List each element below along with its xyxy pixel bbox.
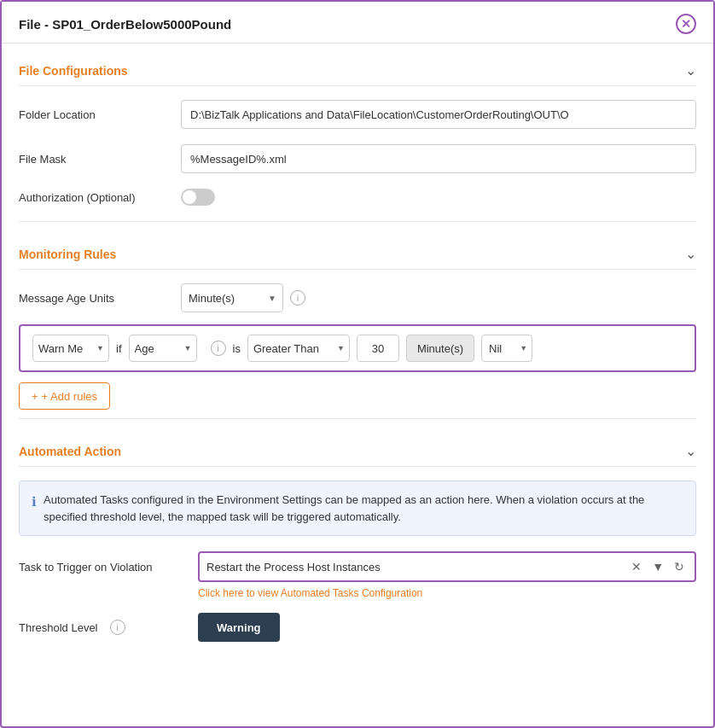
modal-title: File - SP01_OrderBelow5000Pound xyxy=(19,17,231,32)
automated-action-chevron[interactable]: ⌄ xyxy=(685,443,696,459)
threshold-level-row: Threshold Level i Warning xyxy=(19,613,696,642)
rule-info-icon[interactable]: i xyxy=(211,341,226,356)
task-trigger-label: Task to Trigger on Violation xyxy=(19,561,198,574)
authorization-toggle-wrapper xyxy=(181,189,215,206)
file-mask-row: File Mask xyxy=(19,144,696,173)
plus-icon: + xyxy=(32,390,38,403)
file-configurations-section: File Configurations ⌄ Folder Location Fi… xyxy=(19,52,696,206)
rule-value-input[interactable] xyxy=(357,335,399,362)
file-mask-label: File Mask xyxy=(19,153,181,166)
warning-button[interactable]: Warning xyxy=(198,613,280,642)
file-config-chevron[interactable]: ⌄ xyxy=(685,62,696,79)
click-here-text: Click here xyxy=(198,587,243,599)
task-select-box[interactable]: Restart the Process Host Instances ✕ ▼ ↻ xyxy=(198,551,696,582)
section-divider-1 xyxy=(19,221,696,222)
section-divider-2 xyxy=(19,418,696,419)
add-rules-button[interactable]: + + Add rules xyxy=(19,382,110,410)
rule-if-text: if xyxy=(116,342,122,355)
task-dropdown-button[interactable]: ▼ xyxy=(648,558,667,575)
file-config-title: File Configurations xyxy=(19,64,128,78)
info-box-text: Automated Tasks configured in the Enviro… xyxy=(44,492,683,525)
automated-action-header: Automated Action ⌄ xyxy=(19,433,696,467)
close-icon: ✕ xyxy=(681,17,691,31)
modal-header: File - SP01_OrderBelow5000Pound ✕ xyxy=(2,2,713,44)
file-config-header: File Configurations ⌄ xyxy=(19,52,696,86)
message-age-label: Message Age Units xyxy=(19,292,181,305)
rule-box: Warn Me if Age i is Greater Than Mi xyxy=(19,324,696,372)
click-here-link[interactable]: Click here to view Automated Tasks Confi… xyxy=(198,587,696,599)
folder-location-label: Folder Location xyxy=(19,108,181,121)
toggle-knob xyxy=(183,190,196,204)
warn-me-select[interactable]: Warn Me xyxy=(32,335,109,362)
task-select-value: Restart the Process Host Instances xyxy=(206,561,623,574)
monitoring-rules-header: Monitoring Rules ⌄ xyxy=(19,236,696,270)
message-age-info-icon[interactable]: i xyxy=(290,290,305,306)
nil-select-wrapper: Nil xyxy=(481,335,532,362)
close-button[interactable]: ✕ xyxy=(676,14,696,34)
info-box: ℹ Automated Tasks configured in the Envi… xyxy=(19,480,696,536)
comparator-select[interactable]: Greater Than xyxy=(247,335,350,362)
rule-unit-button[interactable]: Minute(s) xyxy=(406,335,474,362)
rule-is-text: is xyxy=(233,342,241,355)
automated-action-section: Automated Action ⌄ ℹ Automated Tasks con… xyxy=(19,433,696,642)
threshold-level-label: Threshold Level i xyxy=(19,620,198,635)
task-clear-button[interactable]: ✕ xyxy=(628,558,645,575)
nil-select[interactable]: Nil xyxy=(481,335,532,362)
info-box-icon: ℹ xyxy=(32,492,37,512)
warn-me-wrapper: Warn Me xyxy=(32,335,109,362)
modal-body: File Configurations ⌄ Folder Location Fi… xyxy=(2,44,713,667)
task-trigger-row: Task to Trigger on Violation Restart the… xyxy=(19,551,696,582)
authorization-toggle[interactable] xyxy=(181,189,215,206)
monitoring-rules-chevron[interactable]: ⌄ xyxy=(685,246,696,262)
modal-container: File - SP01_OrderBelow5000Pound ✕ File C… xyxy=(0,0,715,728)
monitoring-rules-section: Monitoring Rules ⌄ Message Age Units Min… xyxy=(19,236,696,410)
task-refresh-button[interactable]: ↻ xyxy=(671,558,688,575)
task-actions: ✕ ▼ ↻ xyxy=(628,558,688,575)
message-age-row: Message Age Units Minute(s) i xyxy=(19,283,696,312)
comparator-select-wrapper: Greater Than xyxy=(247,335,350,362)
file-mask-input[interactable] xyxy=(181,144,696,173)
authorization-row: Authorization (Optional) xyxy=(19,189,696,206)
folder-location-input[interactable] xyxy=(181,100,696,129)
automated-action-title: Automated Action xyxy=(19,445,121,458)
authorization-label: Authorization (Optional) xyxy=(19,191,181,204)
message-age-select-wrapper: Minute(s) xyxy=(181,283,283,312)
add-rules-label: + Add rules xyxy=(42,390,97,403)
folder-location-row: Folder Location xyxy=(19,100,696,129)
age-select[interactable]: Age xyxy=(129,335,197,362)
age-select-wrapper: Age xyxy=(129,335,197,362)
monitoring-rules-title: Monitoring Rules xyxy=(19,248,116,261)
click-here-rest-text: to view Automated Tasks Configuration xyxy=(243,587,422,599)
message-age-select[interactable]: Minute(s) xyxy=(181,283,283,312)
threshold-info-icon[interactable]: i xyxy=(110,620,125,635)
